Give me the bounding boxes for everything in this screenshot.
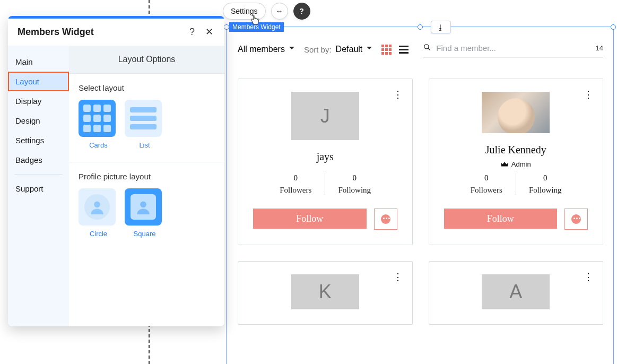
svg-point-0	[94, 202, 100, 208]
sort-value: Default	[336, 45, 363, 54]
pic-square-label: Square	[125, 230, 164, 238]
layout-list-label: List	[125, 141, 164, 149]
nav-item-main[interactable]: Main	[8, 52, 69, 72]
pic-option-square[interactable]: Square	[125, 188, 164, 238]
grid-view-icon[interactable]	[381, 45, 392, 55]
panel-side-nav: Main Layout Display Design Settings Badg…	[8, 46, 69, 326]
settings-panel: Members Widget ? ✕ Main Layout Display D…	[8, 16, 224, 326]
sort-prefix: Sort by:	[304, 45, 332, 54]
chat-bubble-icon	[571, 214, 581, 224]
chevron-down-icon	[367, 45, 372, 54]
layout-cards-thumb-icon	[79, 100, 116, 137]
chat-bubble-icon	[381, 214, 390, 224]
svg-point-2	[424, 44, 429, 48]
follow-button[interactable]: Follow	[444, 209, 558, 229]
followers-label: Followers	[457, 186, 516, 195]
following-label: Following	[325, 186, 384, 195]
member-card: ⋮ J jays 0Followers 0Following Follow	[238, 79, 413, 245]
pic-circle-label: Circle	[79, 230, 118, 238]
svg-point-1	[140, 202, 146, 208]
search-field[interactable]: 14	[423, 41, 603, 57]
member-name: jays	[317, 151, 334, 163]
options-header: Layout Options	[69, 46, 224, 74]
filter-label: All members	[238, 45, 285, 54]
chevron-down-icon	[289, 45, 294, 54]
member-card: ⋮ K	[238, 261, 413, 325]
card-menu-icon[interactable]: ⋮	[393, 271, 403, 283]
avatar: K	[291, 274, 359, 309]
member-card: ⋮ Julie Kennedy Admin 0Followers 0Follow…	[429, 79, 604, 245]
nav-item-settings[interactable]: Settings	[8, 131, 69, 150]
nav-item-layout[interactable]: Layout	[8, 72, 69, 91]
search-icon	[423, 44, 431, 53]
resize-handle[interactable]	[418, 24, 423, 30]
card-menu-icon[interactable]: ⋮	[393, 89, 403, 100]
layout-cards-label: Cards	[79, 141, 118, 149]
members-preview: All members Sort by: Default 14 ⋮ J	[238, 41, 603, 364]
following-count: 0	[516, 174, 575, 183]
panel-header: Members Widget ? ✕	[8, 19, 224, 46]
following-count: 0	[325, 174, 384, 183]
sort-dropdown[interactable]: Default	[336, 45, 372, 54]
members-grid: ⋮ J jays 0Followers 0Following Follow ⋮ …	[238, 79, 603, 325]
panel-title: Members Widget	[18, 27, 181, 38]
stretch-button[interactable]: ↔	[271, 3, 288, 20]
widget-tag-label: Members Widget	[229, 22, 284, 32]
layout-option-cards[interactable]: Cards	[79, 100, 118, 149]
settings-button[interactable]: Settings	[223, 3, 266, 20]
followers-count: 0	[266, 174, 325, 183]
followers-count: 0	[457, 174, 516, 183]
list-view-icon[interactable]	[399, 46, 409, 54]
pic-option-circle[interactable]: Circle	[79, 188, 118, 238]
card-menu-icon[interactable]: ⋮	[584, 89, 593, 100]
options-column: Layout Options Select layout Cards L	[69, 46, 224, 326]
chat-button[interactable]	[374, 209, 397, 230]
member-count: 14	[596, 44, 603, 52]
search-input[interactable]	[434, 41, 590, 55]
member-name: Julie Kennedy	[485, 144, 546, 156]
resize-handle[interactable]	[224, 24, 229, 30]
section-select-layout: Select layout Cards List	[69, 74, 224, 162]
preview-toolbar: All members Sort by: Default 14	[238, 41, 603, 57]
crown-icon	[501, 162, 508, 167]
avatar: A	[482, 274, 550, 309]
card-menu-icon[interactable]: ⋮	[584, 271, 593, 283]
download-handle[interactable]: ⭳	[431, 21, 451, 33]
section-label: Select layout	[79, 83, 215, 92]
section-profile-picture-layout: Profile picture layout Circle Square	[69, 162, 224, 250]
followers-label: Followers	[266, 186, 325, 195]
nav-item-display[interactable]: Display	[8, 91, 69, 111]
admin-label: Admin	[511, 160, 531, 168]
pic-square-thumb-icon	[125, 188, 162, 226]
filter-dropdown[interactable]: All members	[238, 45, 294, 54]
avatar: J	[291, 92, 359, 140]
help-button[interactable]: ?	[293, 3, 310, 20]
pic-circle-thumb-icon	[79, 188, 116, 226]
nav-separator	[14, 174, 63, 175]
follow-button[interactable]: Follow	[253, 209, 367, 229]
layout-option-list[interactable]: List	[125, 100, 164, 149]
chat-button[interactable]	[564, 209, 588, 230]
layout-list-thumb-icon	[125, 100, 162, 137]
svg-line-3	[428, 48, 430, 50]
admin-badge: Admin	[501, 160, 531, 168]
member-card: ⋮ A	[429, 261, 604, 325]
floating-toolbar: Settings ↔ ?	[223, 3, 310, 20]
following-label: Following	[516, 186, 575, 195]
panel-help-icon[interactable]: ?	[186, 27, 198, 38]
nav-item-design[interactable]: Design	[8, 111, 69, 131]
section-label: Profile picture layout	[79, 172, 215, 181]
avatar	[482, 92, 550, 133]
nav-item-support[interactable]: Support	[8, 179, 69, 198]
panel-close-icon[interactable]: ✕	[203, 26, 215, 38]
resize-handle[interactable]	[611, 24, 616, 30]
nav-item-badges[interactable]: Badges	[8, 150, 69, 170]
